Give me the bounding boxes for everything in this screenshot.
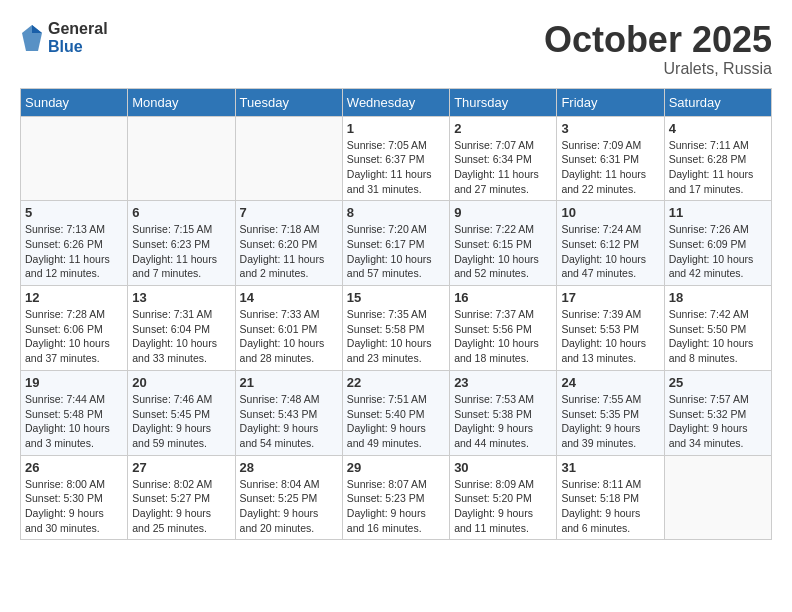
day-info: Sunrise: 8:11 AM Sunset: 5:18 PM Dayligh… <box>561 477 659 536</box>
month-title: October 2025 <box>544 20 772 60</box>
calendar-day: 1Sunrise: 7:05 AM Sunset: 6:37 PM Daylig… <box>342 116 449 201</box>
calendar-day <box>128 116 235 201</box>
day-number: 9 <box>454 205 552 220</box>
day-number: 25 <box>669 375 767 390</box>
day-info: Sunrise: 7:15 AM Sunset: 6:23 PM Dayligh… <box>132 222 230 281</box>
calendar-day: 4Sunrise: 7:11 AM Sunset: 6:28 PM Daylig… <box>664 116 771 201</box>
day-number: 18 <box>669 290 767 305</box>
day-number: 20 <box>132 375 230 390</box>
column-header-saturday: Saturday <box>664 88 771 116</box>
calendar-day: 17Sunrise: 7:39 AM Sunset: 5:53 PM Dayli… <box>557 286 664 371</box>
calendar-day: 28Sunrise: 8:04 AM Sunset: 5:25 PM Dayli… <box>235 455 342 540</box>
calendar-day: 31Sunrise: 8:11 AM Sunset: 5:18 PM Dayli… <box>557 455 664 540</box>
day-number: 5 <box>25 205 123 220</box>
calendar-table: SundayMondayTuesdayWednesdayThursdayFrid… <box>20 88 772 541</box>
calendar-day: 23Sunrise: 7:53 AM Sunset: 5:38 PM Dayli… <box>450 370 557 455</box>
day-number: 7 <box>240 205 338 220</box>
day-info: Sunrise: 8:04 AM Sunset: 5:25 PM Dayligh… <box>240 477 338 536</box>
column-header-friday: Friday <box>557 88 664 116</box>
calendar-day: 12Sunrise: 7:28 AM Sunset: 6:06 PM Dayli… <box>21 286 128 371</box>
calendar-day: 25Sunrise: 7:57 AM Sunset: 5:32 PM Dayli… <box>664 370 771 455</box>
day-info: Sunrise: 7:07 AM Sunset: 6:34 PM Dayligh… <box>454 138 552 197</box>
day-info: Sunrise: 7:46 AM Sunset: 5:45 PM Dayligh… <box>132 392 230 451</box>
calendar-day: 3Sunrise: 7:09 AM Sunset: 6:31 PM Daylig… <box>557 116 664 201</box>
day-number: 27 <box>132 460 230 475</box>
day-number: 30 <box>454 460 552 475</box>
location-text: Uralets, Russia <box>544 60 772 78</box>
calendar-day: 14Sunrise: 7:33 AM Sunset: 6:01 PM Dayli… <box>235 286 342 371</box>
day-number: 19 <box>25 375 123 390</box>
day-info: Sunrise: 7:53 AM Sunset: 5:38 PM Dayligh… <box>454 392 552 451</box>
calendar-day: 29Sunrise: 8:07 AM Sunset: 5:23 PM Dayli… <box>342 455 449 540</box>
day-number: 29 <box>347 460 445 475</box>
day-info: Sunrise: 7:18 AM Sunset: 6:20 PM Dayligh… <box>240 222 338 281</box>
day-info: Sunrise: 7:13 AM Sunset: 6:26 PM Dayligh… <box>25 222 123 281</box>
logo-general-text: General <box>48 20 108 38</box>
calendar-day: 15Sunrise: 7:35 AM Sunset: 5:58 PM Dayli… <box>342 286 449 371</box>
day-number: 2 <box>454 121 552 136</box>
calendar-day: 8Sunrise: 7:20 AM Sunset: 6:17 PM Daylig… <box>342 201 449 286</box>
calendar-day <box>21 116 128 201</box>
day-number: 16 <box>454 290 552 305</box>
day-info: Sunrise: 7:11 AM Sunset: 6:28 PM Dayligh… <box>669 138 767 197</box>
day-info: Sunrise: 7:33 AM Sunset: 6:01 PM Dayligh… <box>240 307 338 366</box>
day-info: Sunrise: 7:48 AM Sunset: 5:43 PM Dayligh… <box>240 392 338 451</box>
calendar-day: 13Sunrise: 7:31 AM Sunset: 6:04 PM Dayli… <box>128 286 235 371</box>
page-header: General Blue October 2025 Uralets, Russi… <box>20 20 772 78</box>
calendar-week-2: 5Sunrise: 7:13 AM Sunset: 6:26 PM Daylig… <box>21 201 772 286</box>
day-info: Sunrise: 7:39 AM Sunset: 5:53 PM Dayligh… <box>561 307 659 366</box>
day-info: Sunrise: 7:24 AM Sunset: 6:12 PM Dayligh… <box>561 222 659 281</box>
day-number: 1 <box>347 121 445 136</box>
day-info: Sunrise: 7:57 AM Sunset: 5:32 PM Dayligh… <box>669 392 767 451</box>
day-number: 8 <box>347 205 445 220</box>
day-info: Sunrise: 7:28 AM Sunset: 6:06 PM Dayligh… <box>25 307 123 366</box>
column-header-monday: Monday <box>128 88 235 116</box>
column-header-wednesday: Wednesday <box>342 88 449 116</box>
calendar-day: 5Sunrise: 7:13 AM Sunset: 6:26 PM Daylig… <box>21 201 128 286</box>
day-number: 23 <box>454 375 552 390</box>
day-number: 31 <box>561 460 659 475</box>
column-header-sunday: Sunday <box>21 88 128 116</box>
column-header-tuesday: Tuesday <box>235 88 342 116</box>
calendar-day: 18Sunrise: 7:42 AM Sunset: 5:50 PM Dayli… <box>664 286 771 371</box>
calendar-day: 26Sunrise: 8:00 AM Sunset: 5:30 PM Dayli… <box>21 455 128 540</box>
calendar-day: 19Sunrise: 7:44 AM Sunset: 5:48 PM Dayli… <box>21 370 128 455</box>
day-number: 12 <box>25 290 123 305</box>
day-number: 17 <box>561 290 659 305</box>
calendar-day: 27Sunrise: 8:02 AM Sunset: 5:27 PM Dayli… <box>128 455 235 540</box>
calendar-day: 7Sunrise: 7:18 AM Sunset: 6:20 PM Daylig… <box>235 201 342 286</box>
calendar-header-row: SundayMondayTuesdayWednesdayThursdayFrid… <box>21 88 772 116</box>
day-number: 22 <box>347 375 445 390</box>
logo-text: General Blue <box>48 20 108 55</box>
day-info: Sunrise: 7:20 AM Sunset: 6:17 PM Dayligh… <box>347 222 445 281</box>
calendar-day: 11Sunrise: 7:26 AM Sunset: 6:09 PM Dayli… <box>664 201 771 286</box>
calendar-day <box>664 455 771 540</box>
calendar-day: 30Sunrise: 8:09 AM Sunset: 5:20 PM Dayli… <box>450 455 557 540</box>
day-number: 26 <box>25 460 123 475</box>
day-info: Sunrise: 7:26 AM Sunset: 6:09 PM Dayligh… <box>669 222 767 281</box>
day-info: Sunrise: 7:09 AM Sunset: 6:31 PM Dayligh… <box>561 138 659 197</box>
day-number: 28 <box>240 460 338 475</box>
day-info: Sunrise: 7:22 AM Sunset: 6:15 PM Dayligh… <box>454 222 552 281</box>
day-info: Sunrise: 8:07 AM Sunset: 5:23 PM Dayligh… <box>347 477 445 536</box>
day-info: Sunrise: 7:05 AM Sunset: 6:37 PM Dayligh… <box>347 138 445 197</box>
day-info: Sunrise: 7:55 AM Sunset: 5:35 PM Dayligh… <box>561 392 659 451</box>
logo-blue-text: Blue <box>48 38 108 56</box>
calendar-day <box>235 116 342 201</box>
day-info: Sunrise: 7:37 AM Sunset: 5:56 PM Dayligh… <box>454 307 552 366</box>
title-section: October 2025 Uralets, Russia <box>544 20 772 78</box>
day-info: Sunrise: 7:35 AM Sunset: 5:58 PM Dayligh… <box>347 307 445 366</box>
day-info: Sunrise: 8:02 AM Sunset: 5:27 PM Dayligh… <box>132 477 230 536</box>
day-number: 11 <box>669 205 767 220</box>
calendar-day: 21Sunrise: 7:48 AM Sunset: 5:43 PM Dayli… <box>235 370 342 455</box>
svg-marker-1 <box>32 25 42 33</box>
day-number: 15 <box>347 290 445 305</box>
day-info: Sunrise: 7:44 AM Sunset: 5:48 PM Dayligh… <box>25 392 123 451</box>
calendar-day: 22Sunrise: 7:51 AM Sunset: 5:40 PM Dayli… <box>342 370 449 455</box>
calendar-day: 6Sunrise: 7:15 AM Sunset: 6:23 PM Daylig… <box>128 201 235 286</box>
day-info: Sunrise: 7:31 AM Sunset: 6:04 PM Dayligh… <box>132 307 230 366</box>
calendar-week-5: 26Sunrise: 8:00 AM Sunset: 5:30 PM Dayli… <box>21 455 772 540</box>
calendar-day: 24Sunrise: 7:55 AM Sunset: 5:35 PM Dayli… <box>557 370 664 455</box>
day-number: 10 <box>561 205 659 220</box>
day-number: 14 <box>240 290 338 305</box>
